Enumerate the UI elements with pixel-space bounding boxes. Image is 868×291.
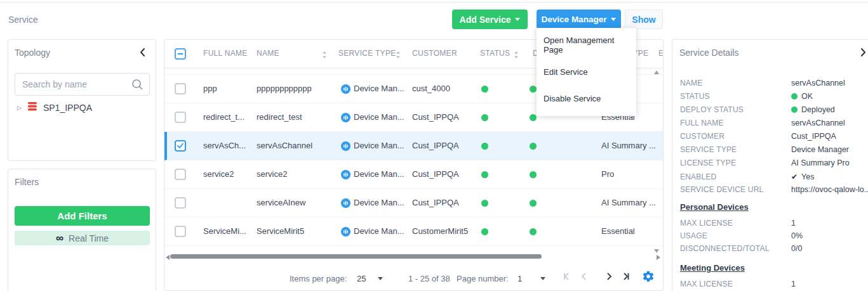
- status-ok-dot: [481, 200, 488, 207]
- horizontal-scrollbar[interactable]: [164, 253, 663, 261]
- tree-node-sp1-ippqa[interactable]: ▷ SP1_IPPQA: [17, 102, 92, 113]
- items-per-page-select[interactable]: 25: [357, 274, 366, 283]
- topology-panel: Topology ▷ SP1_IPPQA: [8, 39, 156, 161]
- cell-license-type: Essential: [601, 226, 662, 236]
- device-manager-service-icon: [341, 141, 351, 153]
- row-checkbox[interactable]: [175, 83, 186, 94]
- cell-license-type: AI Summary ...: [601, 198, 662, 207]
- scrollbar-thumb[interactable]: [170, 254, 542, 259]
- detail-value: 1: [791, 278, 796, 290]
- device-manager-service-icon: [341, 113, 351, 125]
- cell-name: service2: [257, 169, 320, 179]
- collapse-right-icon[interactable]: [860, 48, 868, 58]
- detail-label: ENABLED: [680, 171, 716, 183]
- header-service-type[interactable]: SERVICE TYPE: [338, 49, 396, 58]
- detail-label: DEPLOY STATUS: [680, 104, 744, 115]
- status-ok-dot: [481, 171, 488, 178]
- cell-full-name: ppp: [203, 84, 253, 93]
- detail-label: STATUS: [680, 91, 710, 102]
- filters-title: Filters: [15, 177, 39, 187]
- deploy-ok-dot: [530, 114, 537, 121]
- header-status[interactable]: STATUS: [480, 49, 510, 58]
- detail-value: Yes: [801, 171, 814, 183]
- chevron-down-icon[interactable]: [378, 277, 383, 280]
- page-range-label: 1 - 25 of 38: [408, 274, 450, 283]
- cell-customer: Cust_IPPQA: [412, 169, 482, 179]
- menu-item-disable-service[interactable]: Disable Service: [537, 88, 636, 109]
- menu-item-open-management-page[interactable]: Open Management Page: [537, 35, 636, 56]
- meeting-devices-heading: Meeting Devices: [680, 263, 745, 273]
- table-row[interactable]: ServiceMi... ServiceMirit5 Device Man...…: [164, 217, 663, 246]
- search-icon: [131, 79, 144, 93]
- detail-label: MAX LICENSE: [680, 217, 733, 229]
- detail-row-pd-usage: USAGE 0%: [680, 230, 868, 242]
- header-full-name[interactable]: FULL NAME: [203, 49, 248, 58]
- detail-label: MAX LICENSE: [680, 278, 733, 290]
- detail-row-pd-disconnected-total: DISCONNECTED/TOTAL 0/0: [680, 243, 868, 254]
- scroll-up-arrow[interactable]: [654, 70, 659, 74]
- show-button[interactable]: Show: [625, 10, 663, 29]
- chevron-down-icon[interactable]: [540, 277, 545, 280]
- detail-value: servAsChannel: [791, 117, 845, 129]
- device-manager-service-icon: [341, 170, 351, 182]
- detail-label: SERVICE DEVICE URL: [680, 184, 763, 195]
- page-title: Service: [8, 15, 38, 25]
- first-page-icon[interactable]: [562, 271, 572, 283]
- select-all-checkbox[interactable]: [175, 48, 186, 60]
- table-settings-gear-icon[interactable]: [642, 270, 655, 285]
- detail-value: Device Manager: [791, 144, 849, 155]
- device-manager-service-icon: [341, 198, 351, 210]
- device-manager-service-icon: [341, 227, 351, 239]
- detail-row-deploy-status: DEPLOY STATUS Deployed: [680, 104, 868, 115]
- row-checkbox[interactable]: [175, 197, 186, 209]
- device-manager-menu: Open Management Page Edit Service Disabl…: [537, 28, 636, 116]
- infinity-icon: ∞: [56, 233, 63, 243]
- cell-full-name: ServiceMi...: [203, 226, 253, 236]
- detail-row-service-type: SERVICE TYPE Device Manager: [680, 144, 868, 155]
- collapse-left-icon[interactable]: [139, 48, 148, 58]
- table-row[interactable]: service2 service2 Device Man... Cust_IPP…: [164, 160, 663, 189]
- cell-customer: Cust_IPPQA: [412, 198, 482, 207]
- row-checkbox[interactable]: [175, 169, 186, 180]
- device-manager-button[interactable]: Device Manager: [537, 10, 621, 29]
- detail-value: 0/0: [791, 243, 802, 254]
- search-input[interactable]: [22, 74, 130, 95]
- detail-label: NAME: [680, 77, 702, 89]
- last-page-icon[interactable]: [620, 271, 631, 283]
- detail-value: AI Summary Pro: [791, 157, 850, 169]
- next-page-icon[interactable]: [604, 271, 614, 283]
- add-service-button[interactable]: Add Service: [452, 10, 528, 29]
- detail-label: LICENSE TYPE: [680, 157, 736, 169]
- cell-service-type: Device Man...: [354, 141, 410, 150]
- sort-icon[interactable]: [514, 50, 519, 61]
- table-row[interactable]: serviceAInew Device Man... Cust_IPPQA AI…: [164, 189, 663, 217]
- header-enabled[interactable]: ENABLED: [658, 49, 664, 58]
- status-ok-dot: [481, 143, 488, 150]
- scroll-left-arrow[interactable]: [166, 255, 170, 260]
- sort-icon[interactable]: [322, 50, 327, 61]
- row-checkbox[interactable]: [175, 112, 186, 123]
- menu-item-edit-service[interactable]: Edit Service: [537, 61, 636, 82]
- real-time-toggle[interactable]: ∞ Real Time: [15, 231, 150, 245]
- detail-row-enabled: ENABLED ✔Yes: [680, 171, 868, 183]
- header-name[interactable]: NAME: [257, 49, 279, 58]
- previous-page-icon[interactable]: [579, 271, 589, 283]
- cell-service-type: Device Man...: [354, 112, 410, 122]
- sort-icon[interactable]: [396, 50, 401, 61]
- row-checkbox[interactable]: [175, 226, 186, 237]
- table-row-selected[interactable]: servAsCh... servAsChannel Device Man... …: [164, 132, 663, 160]
- scroll-right-arrow[interactable]: [657, 255, 660, 260]
- detail-value: https://ovoc-qalow-lo...: [791, 184, 868, 195]
- detail-row-service-device-url: SERVICE DEVICE URL https://ovoc-qalow-lo…: [680, 184, 868, 195]
- page-number-label: Page number:: [457, 274, 509, 283]
- add-filters-button[interactable]: Add Filters: [15, 206, 150, 226]
- header-customer[interactable]: CUSTOMER: [412, 49, 457, 58]
- cell-name: servAsChannel: [257, 141, 320, 150]
- page-number-select[interactable]: 1: [517, 274, 522, 283]
- deploy-ok-dot: [791, 107, 798, 113]
- detail-row-name: NAME servAsChannel: [680, 77, 868, 89]
- cell-license-type: Pro: [601, 169, 662, 179]
- detail-row-customer: CUSTOMER Cust_IPPQA: [680, 131, 868, 142]
- tree-expander-icon[interactable]: ▷: [17, 105, 22, 111]
- row-checkbox-checked[interactable]: [175, 140, 186, 152]
